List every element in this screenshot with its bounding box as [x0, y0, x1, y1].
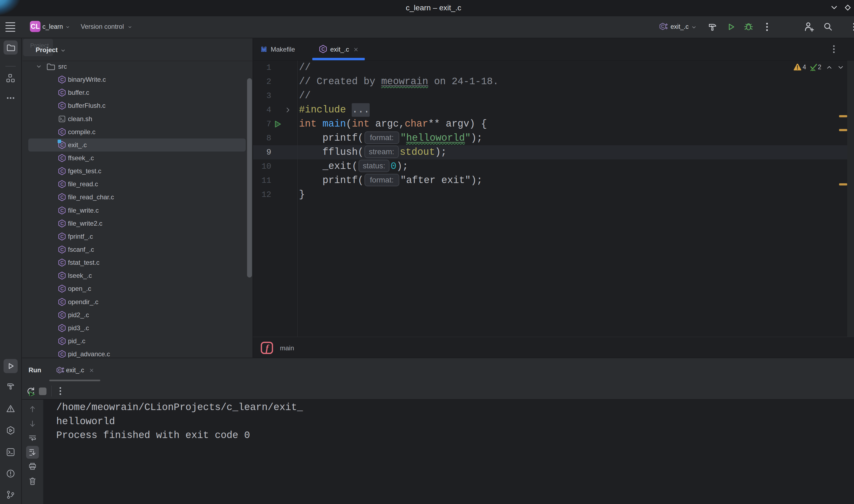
svg-text:C: C: [60, 90, 64, 95]
svg-text:C: C: [60, 182, 64, 187]
svg-text:C: C: [321, 47, 325, 52]
svg-text:C: C: [60, 234, 64, 239]
svg-text:C: C: [60, 339, 64, 344]
svg-text:C: C: [58, 368, 61, 372]
svg-text:C: C: [661, 24, 664, 29]
svg-text:C: C: [60, 352, 64, 357]
svg-text:M: M: [261, 46, 267, 53]
svg-text:C: C: [60, 260, 64, 265]
svg-text:C: C: [60, 286, 64, 291]
svg-text:C: C: [60, 103, 64, 108]
svg-text:C: C: [60, 169, 64, 174]
svg-text:C: C: [60, 221, 64, 226]
svg-text:C: C: [60, 77, 64, 82]
svg-text:C: C: [60, 312, 64, 318]
svg-text:C: C: [60, 143, 64, 148]
svg-text:C: C: [60, 273, 64, 278]
svg-text:C: C: [60, 326, 64, 331]
svg-text:C: C: [60, 247, 64, 252]
svg-text:C: C: [60, 300, 64, 305]
svg-text:C: C: [60, 129, 64, 135]
svg-text:C: C: [60, 208, 64, 213]
svg-text:C: C: [60, 156, 64, 161]
svg-text:C: C: [60, 195, 64, 200]
svg-text:f: f: [265, 343, 269, 353]
